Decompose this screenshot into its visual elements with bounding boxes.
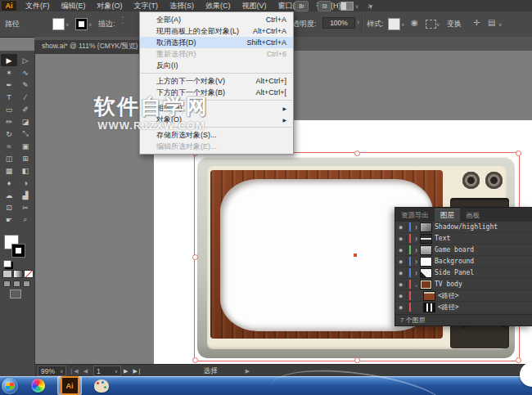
gpu-performance-icon[interactable]: ✈ bbox=[367, 1, 376, 11]
layer-thumbnail[interactable] bbox=[423, 303, 435, 312]
layer-thumbnail[interactable] bbox=[420, 222, 432, 232]
menu-item-save-selection[interactable]: 存储所选对象(S)... bbox=[140, 129, 293, 141]
select-similar-icon[interactable] bbox=[426, 20, 436, 29]
selection-handle-bm[interactable] bbox=[354, 357, 360, 363]
visibility-eye-icon[interactable]: ◉ bbox=[395, 293, 407, 299]
rotate-tool[interactable]: ↻ bbox=[1, 128, 17, 140]
menu-object[interactable]: 对象(O) bbox=[92, 0, 128, 11]
direct-selection-tool[interactable]: ▷ bbox=[17, 54, 34, 66]
recolor-artwork-icon[interactable]: ◉ bbox=[411, 18, 418, 27]
menu-item-next-object-above[interactable]: 上方的下一个对象(V) Alt+Ctrl+] bbox=[140, 75, 293, 87]
expand-chevron-icon[interactable]: ❯ bbox=[413, 258, 420, 264]
chevron-down-icon[interactable]: ∨ bbox=[498, 21, 502, 27]
expand-chevron-icon[interactable]: ❯ bbox=[413, 236, 420, 241]
selection-handle-tr[interactable] bbox=[516, 150, 521, 156]
expand-chevron-icon[interactable]: ❯ bbox=[413, 247, 420, 253]
perspective-grid-tool[interactable]: ⊞ bbox=[17, 152, 34, 164]
symbol-sprayer-tool[interactable]: ☁ bbox=[1, 189, 17, 201]
layer-row-background[interactable]: ◉ ❯ Background bbox=[395, 256, 532, 267]
menu-view[interactable]: 视图(V) bbox=[237, 0, 273, 11]
layer-row-side-panel[interactable]: ◉ ❯ Side Panel bbox=[395, 267, 532, 279]
hand-tool[interactable]: ☛ bbox=[1, 213, 17, 226]
tab-artboards[interactable]: 画板 bbox=[460, 209, 485, 222]
zoom-level-dropdown[interactable]: 99% ∨ bbox=[38, 366, 66, 376]
next-artboard-button[interactable]: ▶ bbox=[124, 368, 128, 375]
visibility-eye-icon[interactable]: ◉ bbox=[395, 236, 407, 242]
expand-chevron-icon[interactable]: ❯ bbox=[413, 224, 420, 230]
selection-tool[interactable]: ▶ bbox=[1, 54, 17, 66]
lasso-tool[interactable]: ∿ bbox=[17, 66, 34, 79]
menu-edit[interactable]: 编辑(E) bbox=[56, 0, 92, 11]
artboard-number-dropdown[interactable]: 1 ∨ bbox=[93, 366, 121, 376]
type-tool[interactable]: T bbox=[1, 91, 17, 103]
menu-item-select-all[interactable]: 全部(A) Ctrl+A bbox=[140, 14, 293, 25]
previous-artboard-button[interactable]: ◀ bbox=[83, 368, 88, 375]
start-button[interactable] bbox=[2, 378, 18, 394]
layer-name[interactable]: Text bbox=[435, 235, 450, 242]
transform-label[interactable]: 变换 bbox=[447, 19, 462, 29]
menu-item-same[interactable]: 相同(M) ▶ bbox=[140, 102, 293, 114]
slice-tool[interactable]: ✂ bbox=[17, 201, 34, 213]
none-mode-button[interactable] bbox=[24, 270, 34, 278]
selection-handle-tm[interactable] bbox=[354, 150, 360, 156]
chevron-down-icon[interactable]: ∨ bbox=[401, 21, 404, 27]
eyedropper-tool[interactable]: ♦ bbox=[1, 177, 17, 189]
stroke-stepper[interactable]: ⌃⌄ bbox=[121, 16, 124, 25]
chevron-down-icon[interactable]: ∨ bbox=[436, 21, 440, 27]
layer-thumbnail[interactable] bbox=[420, 268, 432, 278]
style-swatch[interactable] bbox=[388, 18, 400, 30]
fill-swatch[interactable] bbox=[52, 18, 65, 30]
menu-item-inverse[interactable]: 反向(I) bbox=[140, 60, 293, 71]
curvature-tool[interactable]: ✎ bbox=[17, 79, 34, 91]
eraser-tool[interactable]: ◪ bbox=[17, 115, 34, 128]
line-segment-tool[interactable]: ∕ bbox=[17, 91, 34, 103]
layer-thumbnail[interactable] bbox=[420, 234, 432, 244]
layer-thumbnail[interactable] bbox=[420, 257, 432, 267]
free-transform-tool[interactable]: ▣ bbox=[17, 140, 34, 152]
draw-behind-button[interactable] bbox=[13, 281, 20, 287]
taskbar-item-illustrator[interactable]: Ai bbox=[57, 376, 82, 395]
selection-handle-br[interactable] bbox=[516, 357, 521, 363]
menu-select[interactable]: 选择(S) bbox=[164, 0, 200, 11]
rectangle-tool[interactable]: ▭ bbox=[1, 103, 17, 115]
layer-row-path-1[interactable]: ◉ <路径> bbox=[395, 290, 532, 302]
visibility-eye-icon[interactable]: ◉ bbox=[395, 224, 407, 231]
stroke-swatch[interactable] bbox=[75, 18, 88, 30]
selection-handle-bl[interactable] bbox=[192, 357, 198, 363]
draw-inside-button[interactable] bbox=[23, 281, 30, 287]
panel-options-icon[interactable]: ▤ bbox=[488, 18, 495, 27]
layer-name[interactable]: Game board bbox=[435, 246, 474, 254]
stock-button[interactable]: St bbox=[318, 1, 331, 11]
paintbrush-tool[interactable]: ✐ bbox=[17, 103, 34, 115]
visibility-eye-icon[interactable]: ◉ bbox=[395, 258, 407, 265]
arrange-documents-button[interactable]: ∨ bbox=[340, 2, 358, 11]
blend-tool[interactable]: ◑ bbox=[17, 177, 34, 189]
gradient-mode-button[interactable] bbox=[13, 270, 23, 278]
stroke-color-swatch[interactable] bbox=[11, 244, 25, 258]
opacity-expand-arrow[interactable]: › bbox=[357, 18, 359, 26]
chevron-down-icon[interactable]: ∨ bbox=[88, 21, 92, 27]
graph-tool[interactable]: ▟ bbox=[17, 189, 34, 201]
taskbar-item-paint[interactable] bbox=[90, 377, 113, 394]
screen-mode-button[interactable] bbox=[10, 290, 21, 298]
tab-asset-export[interactable]: 资源导出 bbox=[395, 209, 435, 222]
layer-row-tv-body[interactable]: ◉ ⌄ TV body bbox=[395, 279, 532, 290]
menu-item-deselect[interactable]: 取消选择(D) Shift+Ctrl+A bbox=[140, 37, 293, 48]
layer-row-text[interactable]: ◉ ❯ Text bbox=[395, 233, 532, 245]
pen-tool[interactable]: ✒ bbox=[1, 79, 17, 91]
expand-chevron-icon[interactable]: ❯ bbox=[413, 270, 420, 276]
last-artboard-button[interactable]: ▶❘ bbox=[133, 368, 142, 375]
layer-name[interactable]: <路径> bbox=[438, 303, 459, 312]
layer-thumbnail[interactable] bbox=[420, 280, 432, 290]
bridge-button[interactable]: Br bbox=[295, 1, 309, 11]
draw-normal-button[interactable] bbox=[3, 281, 11, 287]
first-artboard-button[interactable]: ❘◀ bbox=[69, 368, 78, 375]
chevron-down-icon[interactable]: ∨ bbox=[65, 21, 69, 27]
layer-row-game-board[interactable]: ◉ ❯ Game board bbox=[395, 245, 532, 256]
layer-name[interactable]: TV body bbox=[435, 281, 462, 288]
layer-name[interactable]: Side Panel bbox=[435, 269, 474, 276]
taskbar-item-browser[interactable] bbox=[26, 377, 49, 394]
menu-file[interactable]: 文件(F) bbox=[20, 0, 56, 11]
artboard-tool[interactable]: ⊡ bbox=[1, 201, 17, 213]
layer-thumbnail[interactable] bbox=[423, 291, 435, 301]
